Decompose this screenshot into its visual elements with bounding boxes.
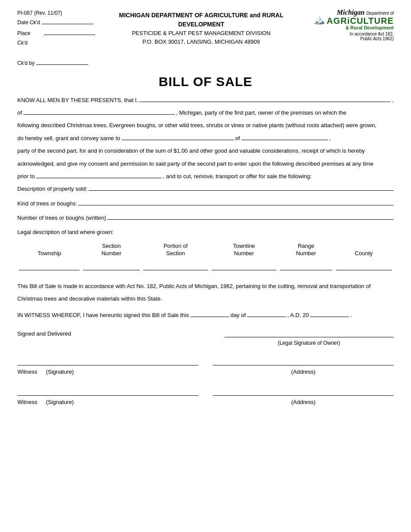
desc-label: Description of property sold: <box>17 184 87 194</box>
p4-underline2 <box>241 140 328 140</box>
dept-line1: MICHIGAN DEPARTMENT OF AGRICULTURE and R… <box>95 11 307 20</box>
range-cell <box>278 258 334 271</box>
section-number-cell <box>81 258 141 271</box>
logo-img: 🏔️ Michigan Department of AGRiCULTURE & … <box>313 9 394 30</box>
para6: acknowledged, and give my consent and pe… <box>17 159 394 169</box>
witness-day-underline <box>190 317 229 317</box>
logo-box: 🏔️ Michigan Department of AGRiCULTURE & … <box>307 9 394 41</box>
signed-row: Signed and Delivered (Legal Signature of… <box>17 329 394 348</box>
para5: party of the second part, for and in con… <box>17 146 394 156</box>
witness1-left: Witness (Signature) <box>17 357 198 377</box>
table-header-row: Township SectionNumber Portion ofSection… <box>17 242 394 258</box>
witness1-sig-paren: (Signature) <box>46 367 74 377</box>
p1-underline <box>139 102 391 102</box>
signed-left: Signed and Delivered <box>17 329 187 348</box>
witness2-sig-line <box>17 387 198 396</box>
witness2-addr-paren: (Address) <box>291 397 315 407</box>
p4-mid: of <box>235 133 240 143</box>
witness1-label: Witness <box>17 367 37 377</box>
p7-underline <box>36 178 161 178</box>
header-center: MICHIGAN DEPARTMENT OF AGRICULTURE and R… <box>95 9 307 46</box>
col-range: RangeNumber <box>278 242 334 258</box>
trees-underline <box>78 205 394 205</box>
witness-line-row: IN WITNESS WHEREOF, I have hereunto sign… <box>17 310 394 320</box>
dept-line4: P.O. BOX 30017, LANSING, MICHIGAN 48909 <box>95 38 307 46</box>
number-underline <box>107 219 394 220</box>
witness2-left: Witness (Signature) <box>17 387 198 407</box>
witness2-right: (Address) <box>213 387 394 407</box>
number-row: Number of trees or boughs (written) <box>17 213 394 223</box>
para1: KNOW ALL MEN BY THESE PRESENTS, that I, … <box>17 95 394 105</box>
act-ref: In accordance Act 182, Public Acts 1962) <box>350 32 394 41</box>
col-section-number: SectionNumber <box>81 242 141 258</box>
col-county: County <box>334 242 394 258</box>
act-p2: Christmas trees and decorative materials… <box>17 295 162 302</box>
townline-cell <box>210 258 278 271</box>
desc-underline <box>89 190 394 191</box>
agri-text: AGRiCULTURE <box>327 16 394 25</box>
trees-label: Kind of trees or boughs: <box>17 199 77 208</box>
witness1-right: (Address) <box>213 357 394 377</box>
act-para1: This Bill of Sale is made in accordance … <box>17 281 394 291</box>
para7: prior to , and to cut, remove, transport… <box>17 171 394 181</box>
logo-text: Michigan Department of AGRiCULTURE & Rur… <box>327 9 394 30</box>
act-para2: Christmas trees and decorative materials… <box>17 294 394 304</box>
bill-title: BILL OF SALE <box>17 74 394 89</box>
mitten-icon: 🏔️ <box>313 14 325 25</box>
witness-year-underline <box>310 317 349 317</box>
p2-end: , Michigan, party of the first part, own… <box>176 108 347 118</box>
ckd-underline <box>36 64 88 65</box>
form-id: PI-087 (Rev. 11/07) <box>17 9 95 18</box>
date-field-row: Date Ck'd <box>17 18 95 28</box>
p1-start: KNOW ALL MEN BY THESE PRESENTS, that I, <box>17 95 138 105</box>
logo-area: 🏔️ Michigan Department of AGRiCULTURE & … <box>307 9 394 41</box>
witness2-label: Witness <box>17 397 37 407</box>
land-table: Township SectionNumber Portion ofSection… <box>17 242 394 271</box>
page-header: PI-087 (Rev. 11/07) Date Ck'd Place Ck'd… <box>17 9 394 70</box>
desc-row: Description of property sold: <box>17 184 394 194</box>
para4: do hereby sell, grant and convey same to… <box>17 133 394 143</box>
form-info: PI-087 (Rev. 11/07) Date Ck'd Place Ck'd… <box>17 9 95 70</box>
michigan-cursive: Michigan <box>337 9 365 16</box>
signed-label: Signed and Delivered <box>17 330 71 337</box>
para2: of , Michigan, party of the first part, … <box>17 108 394 118</box>
place-underline <box>44 35 95 35</box>
col-townline: TownlineNumber <box>210 242 278 258</box>
act-line1: In accordance Act 182, <box>350 32 394 36</box>
witness2-addr-labels: (Address) <box>213 397 394 407</box>
witness1-addr-line <box>213 357 394 365</box>
table-data-row <box>17 258 394 271</box>
place-label: Place Ck'd <box>17 29 42 48</box>
p7-end: , and to cut, remove, transport or offer… <box>163 171 311 181</box>
place-field-row: Place Ck'd <box>17 29 95 48</box>
para3: following described Christmas trees, Eve… <box>17 120 394 130</box>
act-p1: This Bill of Sale is made in accordance … <box>17 283 371 289</box>
p3-text: following described Christmas trees, Eve… <box>17 122 376 128</box>
p2-underline <box>23 114 175 115</box>
signed-right: (Legal Signature of Owner) <box>225 329 394 348</box>
witness2-section: Witness (Signature) (Address) <box>17 387 394 407</box>
rural-text: & Rural Development <box>327 25 394 30</box>
witness-end: . <box>350 310 352 320</box>
witness2-sig-paren: (Signature) <box>46 397 74 407</box>
witness-line-start: IN WITNESS WHEREOF, I have hereunto sign… <box>17 310 189 320</box>
dept-line2: DEVELOPMENT <box>95 20 307 29</box>
col-township: Township <box>17 242 81 258</box>
number-label: Number of trees or boughs (written) <box>17 213 106 223</box>
witness2-addr-line <box>213 387 394 396</box>
portion-cell <box>141 258 210 271</box>
legal-sig-line <box>225 329 394 337</box>
witness-month-underline <box>247 317 286 317</box>
witness1-addr-paren: (Address) <box>291 367 315 377</box>
witness1-section: Witness (Signature) (Address) <box>17 357 394 377</box>
date-label: Date Ck'd <box>17 18 40 28</box>
p6-text: acknowledged, and give my consent and pe… <box>17 160 373 167</box>
ckd-field-row: Ck'd by <box>17 59 95 68</box>
p4-start: do hereby sell, grant and convey same to <box>17 133 120 143</box>
dept-of-label: Department of <box>366 11 394 16</box>
p7-start: prior to <box>17 171 35 181</box>
ckd-label: Ck'd by <box>17 59 35 68</box>
witness1-labels: Witness (Signature) <box>17 367 198 377</box>
township-cell <box>17 258 81 271</box>
ad-label: , A.D. 20 <box>287 310 309 320</box>
